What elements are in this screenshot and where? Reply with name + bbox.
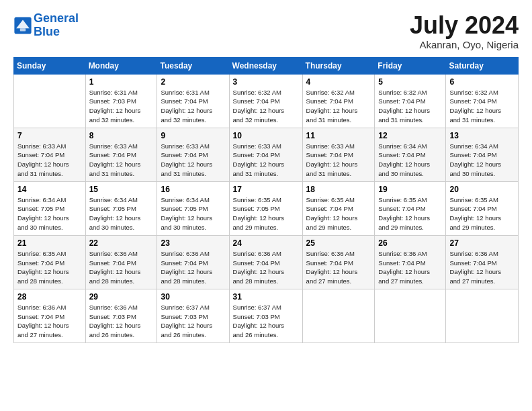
day-info: Sunrise: 6:35 AM Sunset: 7:04 PM Dayligh…: [449, 195, 515, 232]
day-number: 10: [233, 131, 299, 140]
day-info: Sunrise: 6:33 AM Sunset: 7:04 PM Dayligh…: [306, 142, 371, 179]
day-info: Sunrise: 6:34 AM Sunset: 7:04 PM Dayligh…: [449, 142, 515, 179]
day-cell: 18Sunrise: 6:35 AM Sunset: 7:04 PM Dayli…: [302, 181, 375, 235]
day-info: Sunrise: 6:35 AM Sunset: 7:05 PM Dayligh…: [233, 195, 299, 232]
day-number: 5: [378, 77, 442, 87]
location: Akanran, Oyo, Nigeria: [410, 39, 519, 50]
day-info: Sunrise: 6:37 AM Sunset: 7:03 PM Dayligh…: [161, 303, 225, 340]
day-info: Sunrise: 6:33 AM Sunset: 7:04 PM Dayligh…: [161, 142, 225, 179]
week-row-2: 14Sunrise: 6:34 AM Sunset: 7:05 PM Dayli…: [14, 181, 519, 235]
day-cell: 30Sunrise: 6:37 AM Sunset: 7:03 PM Dayli…: [157, 289, 229, 342]
week-row-1: 7Sunrise: 6:33 AM Sunset: 7:04 PM Daylig…: [14, 128, 519, 181]
week-row-3: 21Sunrise: 6:35 AM Sunset: 7:04 PM Dayli…: [14, 235, 519, 289]
day-cell: 15Sunrise: 6:34 AM Sunset: 7:05 PM Dayli…: [85, 181, 157, 235]
day-info: Sunrise: 6:36 AM Sunset: 7:04 PM Dayligh…: [449, 249, 515, 286]
day-number: 3: [233, 77, 299, 87]
day-number: 9: [161, 131, 225, 140]
col-sunday: Sunday: [14, 57, 86, 74]
day-info: Sunrise: 6:37 AM Sunset: 7:03 PM Dayligh…: [233, 303, 299, 340]
day-cell: 20Sunrise: 6:35 AM Sunset: 7:04 PM Dayli…: [446, 181, 519, 235]
day-cell: 16Sunrise: 6:34 AM Sunset: 7:05 PM Dayli…: [157, 181, 229, 235]
day-number: 21: [17, 238, 82, 248]
day-cell: [302, 289, 375, 342]
day-number: 27: [449, 238, 515, 248]
day-cell: [446, 289, 519, 342]
header: General Blue July 2024 Akanran, Oyo, Nig…: [13, 12, 519, 50]
day-cell: 4Sunrise: 6:32 AM Sunset: 7:04 PM Daylig…: [302, 74, 375, 128]
col-friday: Friday: [375, 57, 446, 74]
title-block: July 2024 Akanran, Oyo, Nigeria: [410, 12, 519, 50]
logo-icon: [13, 16, 32, 35]
day-cell: 5Sunrise: 6:32 AM Sunset: 7:04 PM Daylig…: [375, 74, 446, 128]
col-monday: Monday: [85, 57, 157, 74]
day-info: Sunrise: 6:35 AM Sunset: 7:04 PM Dayligh…: [378, 195, 442, 232]
day-cell: 22Sunrise: 6:36 AM Sunset: 7:04 PM Dayli…: [85, 235, 157, 289]
day-info: Sunrise: 6:33 AM Sunset: 7:04 PM Dayligh…: [233, 142, 299, 179]
day-cell: 25Sunrise: 6:36 AM Sunset: 7:04 PM Dayli…: [302, 235, 375, 289]
day-number: 25: [306, 238, 371, 248]
day-cell: 12Sunrise: 6:34 AM Sunset: 7:04 PM Dayli…: [375, 128, 446, 181]
logo: General Blue: [13, 12, 79, 39]
day-number: 20: [449, 185, 515, 194]
page: General Blue July 2024 Akanran, Oyo, Nig…: [0, 0, 532, 350]
day-number: 7: [17, 131, 82, 140]
day-info: Sunrise: 6:35 AM Sunset: 7:04 PM Dayligh…: [17, 249, 82, 286]
day-info: Sunrise: 6:36 AM Sunset: 7:04 PM Dayligh…: [89, 249, 154, 286]
day-info: Sunrise: 6:35 AM Sunset: 7:04 PM Dayligh…: [306, 195, 371, 232]
logo-line2: Blue: [34, 25, 60, 38]
week-row-4: 28Sunrise: 6:36 AM Sunset: 7:04 PM Dayli…: [14, 289, 519, 342]
day-cell: [14, 74, 86, 128]
day-cell: 17Sunrise: 6:35 AM Sunset: 7:05 PM Dayli…: [229, 181, 302, 235]
logo-text: General Blue: [34, 12, 79, 39]
day-number: 12: [378, 131, 442, 140]
day-cell: 6Sunrise: 6:32 AM Sunset: 7:04 PM Daylig…: [446, 74, 519, 128]
day-number: 15: [89, 185, 154, 194]
day-info: Sunrise: 6:32 AM Sunset: 7:04 PM Dayligh…: [378, 88, 442, 125]
day-number: 4: [306, 77, 371, 87]
week-row-0: 1Sunrise: 6:31 AM Sunset: 7:03 PM Daylig…: [14, 74, 519, 128]
day-info: Sunrise: 6:31 AM Sunset: 7:03 PM Dayligh…: [89, 88, 154, 125]
day-cell: 3Sunrise: 6:32 AM Sunset: 7:04 PM Daylig…: [229, 74, 302, 128]
day-cell: 29Sunrise: 6:36 AM Sunset: 7:03 PM Dayli…: [85, 289, 157, 342]
day-info: Sunrise: 6:36 AM Sunset: 7:04 PM Dayligh…: [306, 249, 371, 286]
day-number: 30: [161, 292, 225, 302]
day-cell: 24Sunrise: 6:36 AM Sunset: 7:04 PM Dayli…: [229, 235, 302, 289]
day-info: Sunrise: 6:36 AM Sunset: 7:03 PM Dayligh…: [89, 303, 154, 340]
day-cell: 13Sunrise: 6:34 AM Sunset: 7:04 PM Dayli…: [446, 128, 519, 181]
day-cell: 9Sunrise: 6:33 AM Sunset: 7:04 PM Daylig…: [157, 128, 229, 181]
day-number: 23: [161, 238, 225, 248]
day-number: 13: [449, 131, 515, 140]
calendar-body: 1Sunrise: 6:31 AM Sunset: 7:03 PM Daylig…: [14, 74, 519, 342]
day-info: Sunrise: 6:32 AM Sunset: 7:04 PM Dayligh…: [449, 88, 515, 125]
day-info: Sunrise: 6:32 AM Sunset: 7:04 PM Dayligh…: [306, 88, 371, 125]
day-number: 24: [233, 238, 299, 248]
day-cell: 31Sunrise: 6:37 AM Sunset: 7:03 PM Dayli…: [229, 289, 302, 342]
day-cell: 7Sunrise: 6:33 AM Sunset: 7:04 PM Daylig…: [14, 128, 86, 181]
day-number: 16: [161, 185, 225, 194]
col-saturday: Saturday: [446, 57, 519, 74]
day-info: Sunrise: 6:33 AM Sunset: 7:04 PM Dayligh…: [89, 142, 154, 179]
header-row: Sunday Monday Tuesday Wednesday Thursday…: [14, 57, 519, 74]
day-cell: 11Sunrise: 6:33 AM Sunset: 7:04 PM Dayli…: [302, 128, 375, 181]
day-number: 26: [378, 238, 442, 248]
day-number: 22: [89, 238, 154, 248]
day-cell: 21Sunrise: 6:35 AM Sunset: 7:04 PM Dayli…: [14, 235, 86, 289]
col-wednesday: Wednesday: [229, 57, 302, 74]
day-info: Sunrise: 6:34 AM Sunset: 7:05 PM Dayligh…: [17, 195, 82, 232]
col-thursday: Thursday: [302, 57, 375, 74]
day-cell: 26Sunrise: 6:36 AM Sunset: 7:04 PM Dayli…: [375, 235, 446, 289]
day-info: Sunrise: 6:34 AM Sunset: 7:04 PM Dayligh…: [378, 142, 442, 179]
day-number: 17: [233, 185, 299, 194]
svg-rect-2: [20, 28, 26, 31]
day-cell: 14Sunrise: 6:34 AM Sunset: 7:05 PM Dayli…: [14, 181, 86, 235]
day-number: 14: [17, 185, 82, 194]
day-number: 1: [89, 77, 154, 87]
day-info: Sunrise: 6:36 AM Sunset: 7:04 PM Dayligh…: [17, 303, 82, 340]
day-cell: 28Sunrise: 6:36 AM Sunset: 7:04 PM Dayli…: [14, 289, 86, 342]
day-info: Sunrise: 6:34 AM Sunset: 7:05 PM Dayligh…: [161, 195, 225, 232]
day-cell: 2Sunrise: 6:31 AM Sunset: 7:04 PM Daylig…: [157, 74, 229, 128]
day-number: 18: [306, 185, 371, 194]
day-number: 29: [89, 292, 154, 302]
logo-line1: General: [34, 11, 79, 25]
day-cell: 1Sunrise: 6:31 AM Sunset: 7:03 PM Daylig…: [85, 74, 157, 128]
